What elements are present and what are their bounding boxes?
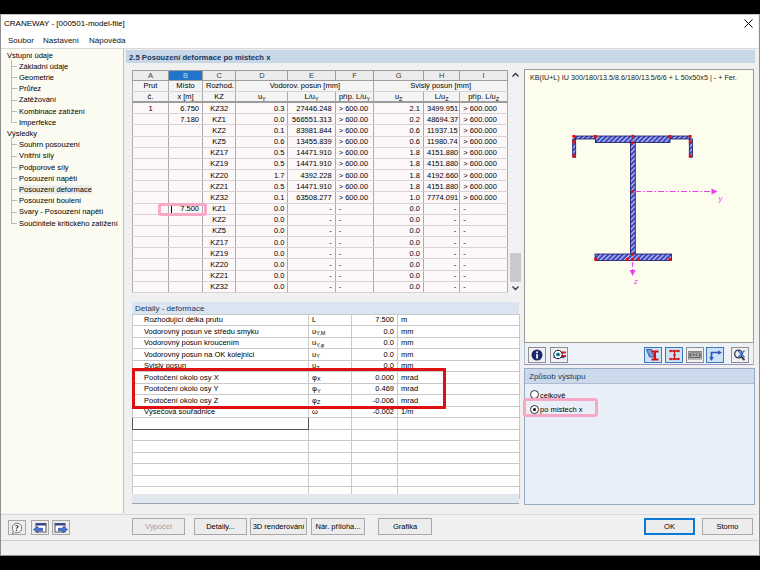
svg-text:z: z: [633, 277, 638, 286]
svg-text:123: 123: [690, 352, 699, 358]
svg-text:y: y: [718, 194, 724, 203]
svg-text:?: ?: [15, 524, 19, 533]
